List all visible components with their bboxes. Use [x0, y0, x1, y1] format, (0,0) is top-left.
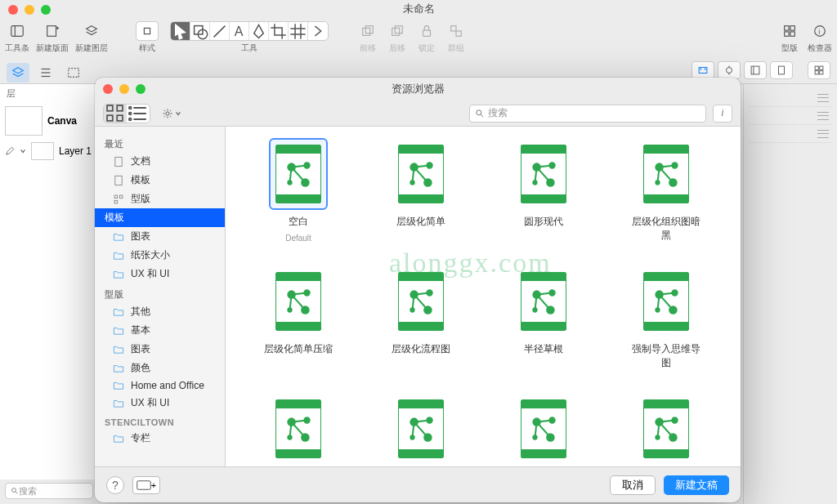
document-tab-icon[interactable] — [770, 61, 793, 79]
sidebar-item[interactable]: 图表 — [95, 340, 225, 359]
sidebar-item[interactable]: UX 和 UI — [95, 394, 225, 413]
toolbar-toggle-icon[interactable] — [6, 21, 29, 41]
template-item[interactable]: 强制导入思维导图 — [629, 265, 703, 370]
hamburger-icon — [817, 130, 829, 138]
info-button[interactable]: i — [713, 105, 732, 123]
window-traffic-lights[interactable] — [8, 5, 51, 15]
selection-tab-icon[interactable] — [62, 63, 85, 83]
minimize-icon[interactable] — [25, 5, 34, 15]
inspector-row[interactable] — [749, 125, 832, 143]
template-item[interactable]: 层级化简单 — [384, 138, 458, 243]
style-icon[interactable] — [136, 21, 159, 41]
folder-icon — [113, 231, 124, 243]
template-item[interactable]: 圆形几何 — [262, 393, 335, 466]
sidebar-section-selected[interactable]: 模板 — [95, 208, 225, 227]
sidebar-item[interactable]: Home and Office — [95, 377, 225, 394]
sidebar-item[interactable]: 颜色 — [95, 359, 225, 377]
svg-rect-2 — [47, 26, 56, 37]
sidebar-item[interactable]: 专栏 — [95, 429, 225, 448]
view-mode-toggle[interactable] — [103, 104, 150, 123]
template-item[interactable]: 圆形现代 — [507, 138, 580, 243]
grid-view-icon[interactable] — [808, 61, 830, 79]
inspector-row[interactable] — [749, 89, 832, 107]
forward-label: 前移 — [360, 42, 376, 54]
minimize-icon[interactable] — [119, 84, 129, 94]
template-item[interactable]: 圆形简单 — [384, 393, 458, 466]
sidebar-item[interactable]: 模板 — [95, 171, 225, 190]
folder-icon — [113, 250, 124, 261]
shape-tool-icon[interactable] — [190, 22, 210, 40]
sidebar-item[interactable]: 型版 — [95, 190, 225, 208]
crop-tool-icon[interactable] — [269, 22, 289, 40]
svg-rect-64 — [119, 195, 123, 198]
sidebar-item[interactable]: 图表 — [95, 227, 225, 246]
stencil-icon[interactable] — [778, 21, 801, 41]
grid-tool-icon[interactable] — [289, 22, 308, 40]
action-menu[interactable] — [157, 105, 186, 123]
template-item[interactable]: 层级化组织图暗黑 — [629, 138, 703, 243]
sidebar-item[interactable]: UX 和 UI — [95, 265, 225, 283]
template-item[interactable]: 层级化流程图 — [384, 265, 458, 370]
layer-row[interactable]: Layer 1 — [0, 139, 97, 163]
tool-segment[interactable]: A — [170, 21, 329, 41]
group-label: 群组 — [448, 42, 464, 54]
svg-line-106 — [414, 295, 428, 310]
zoom-icon[interactable] — [136, 84, 145, 94]
svg-point-56 — [129, 112, 132, 114]
canvas-tab-icon[interactable] — [744, 61, 767, 79]
close-icon[interactable] — [8, 5, 18, 15]
svg-rect-43 — [820, 66, 823, 69]
template-name: 层级化简单压缩 — [264, 342, 333, 356]
sidebar-item[interactable]: 纸张大小 — [95, 246, 225, 265]
sidebar-search[interactable]: 搜索 — [5, 483, 93, 499]
template-name: 层级化流程图 — [392, 342, 450, 356]
template-item[interactable]: 空白Default — [262, 138, 335, 243]
grid-mode-icon[interactable] — [104, 105, 127, 123]
sidebar-item[interactable]: 文档 — [95, 152, 225, 171]
dialog-search[interactable]: 搜索 — [469, 105, 706, 123]
template-item[interactable]: 强制导入白板 — [629, 393, 703, 466]
dialog-traffic-lights[interactable] — [103, 84, 145, 94]
pen-tool-icon[interactable] — [249, 22, 269, 40]
zoom-icon[interactable] — [41, 5, 51, 15]
inspector-icon[interactable]: i — [808, 21, 831, 41]
sidebar-item-label: 图表 — [131, 230, 150, 243]
template-item[interactable]: 层级化简单压缩 — [262, 265, 335, 370]
layers-tab-icon[interactable] — [7, 63, 29, 83]
object-tab-icon[interactable] — [692, 61, 714, 79]
template-item[interactable]: 层级化组织图 — [507, 393, 580, 466]
properties-tab-icon[interactable] — [718, 61, 741, 79]
svg-rect-21 — [456, 31, 461, 36]
keyboard-button[interactable]: + — [132, 476, 160, 494]
search-icon — [475, 109, 485, 118]
more-tool-icon[interactable] — [308, 22, 328, 40]
folder-icon — [113, 306, 124, 318]
svg-rect-23 — [790, 26, 794, 30]
select-tool-icon[interactable] — [171, 22, 190, 40]
svg-rect-16 — [365, 26, 373, 33]
sidebar-item[interactable]: 其他 — [95, 302, 225, 321]
help-button[interactable]: ? — [106, 476, 124, 494]
cancel-button[interactable]: 取消 — [610, 475, 656, 495]
svg-rect-61 — [115, 157, 122, 166]
inspector-row[interactable] — [749, 107, 832, 125]
chevron-down-icon[interactable] — [20, 148, 26, 154]
dialog-titlebar: 资源浏览器 — [95, 78, 741, 100]
list-mode-icon[interactable] — [127, 105, 150, 123]
text-tool-icon[interactable]: A — [230, 22, 249, 40]
toolbar-label: 工具条 — [5, 42, 29, 54]
new-canvas-icon[interactable] — [41, 21, 64, 41]
outline-tab-icon[interactable] — [34, 63, 57, 83]
layer-name: Layer 1 — [59, 145, 92, 157]
sidebar-item[interactable]: 基本 — [95, 321, 225, 340]
folder-icon — [113, 344, 124, 355]
line-tool-icon[interactable] — [210, 22, 230, 40]
svg-rect-45 — [820, 71, 823, 74]
template-item[interactable]: 半径草根 — [507, 265, 580, 370]
canvas-row[interactable]: Canva — [0, 103, 97, 139]
hamburger-icon — [817, 94, 829, 102]
new-layer-icon[interactable] — [80, 21, 103, 41]
create-button[interactable]: 新建文稿 — [664, 475, 729, 495]
close-icon[interactable] — [103, 84, 113, 94]
doc-icon — [113, 175, 124, 186]
